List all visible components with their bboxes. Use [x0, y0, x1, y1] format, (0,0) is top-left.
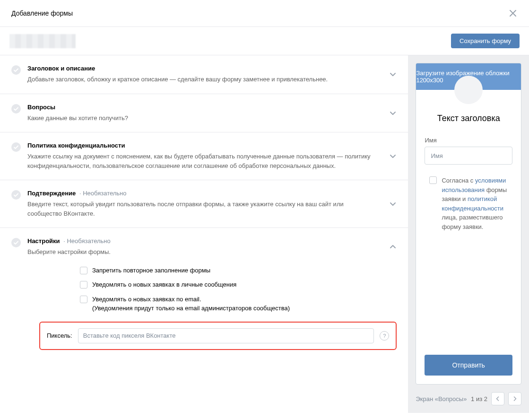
- section-title: Политика конфиденциальности: [27, 142, 378, 149]
- pixel-input[interactable]: [78, 328, 374, 343]
- checkbox[interactable]: [429, 176, 437, 184]
- section-body: Подтверждение · Необязательно Введите те…: [27, 190, 397, 218]
- settings-expanded: Запретить повторное заполнение формы Уве…: [11, 266, 397, 350]
- section-desc: Укажите ссылку на документ с пояснением,…: [27, 152, 378, 170]
- setting-notify-pm[interactable]: Уведомлять о новых заявках в личные сооб…: [80, 280, 397, 289]
- name-input[interactable]: [425, 147, 512, 165]
- save-button[interactable]: Сохранить форму: [451, 34, 520, 48]
- checkbox-label: Запретить повторное заполнение формы: [92, 266, 210, 275]
- svg-point-3: [11, 190, 21, 200]
- checkbox[interactable]: [80, 296, 87, 303]
- pixel-field-highlight: Пиксель: ?: [39, 322, 397, 350]
- optional-label: · Необязательно: [79, 190, 127, 197]
- checkbox-label-main: Уведомлять о новых заявках по email.: [92, 296, 201, 303]
- chevron-up-icon[interactable]: [389, 243, 397, 251]
- left-column: Заголовок и описание Добавьте заголовок,…: [0, 55, 408, 413]
- cover-upload-area[interactable]: Загрузите изображение обложки 1200x300: [416, 63, 521, 90]
- chevron-down-icon[interactable]: [389, 109, 397, 117]
- chevron-down-icon[interactable]: [389, 152, 397, 160]
- section-desc: Добавьте заголовок, обложку и краткое оп…: [27, 75, 378, 84]
- next-page-button[interactable]: [508, 392, 521, 405]
- community-name-placeholder: [9, 34, 76, 48]
- screen-label: Экран «Вопросы»: [416, 395, 467, 402]
- avatar-placeholder: [454, 76, 483, 104]
- consent-text: Согласна с условиями использования формы…: [442, 176, 508, 231]
- section-title-text: Настройки: [27, 237, 60, 245]
- optional-label: · Необязательно: [63, 237, 111, 245]
- prev-page-button[interactable]: [491, 392, 504, 405]
- consent-row[interactable]: Согласна с условиями использования формы…: [425, 176, 512, 231]
- preview-content: Текст заголовка Имя Согласна с условиями…: [416, 90, 521, 384]
- section-desc: Выберите настройки формы.: [27, 247, 378, 257]
- checkbox[interactable]: [80, 267, 87, 274]
- spacer: [425, 231, 512, 355]
- preview-footer: Экран «Вопросы» 1 из 2: [408, 392, 529, 413]
- content-area: Заголовок и описание Добавьте заголовок,…: [0, 55, 529, 413]
- section-body: Заголовок и описание Добавьте заголовок,…: [27, 65, 397, 84]
- pager: 1 из 2: [471, 392, 521, 405]
- section-title: Настройки · Необязательно: [27, 237, 378, 245]
- check-circle-icon: [11, 142, 21, 152]
- check-circle-icon: [11, 238, 21, 247]
- section-settings: Настройки · Необязательно Выберите настр…: [0, 228, 408, 359]
- setting-no-repeat[interactable]: Запретить повторное заполнение формы: [80, 266, 397, 275]
- help-icon[interactable]: ?: [380, 331, 389, 341]
- modal-header: Добавление формы: [0, 0, 529, 27]
- svg-point-4: [11, 238, 21, 247]
- section-body: Настройки · Необязательно Выберите настр…: [27, 237, 397, 257]
- name-field-label: Имя: [425, 137, 512, 144]
- section-title: Вопросы: [27, 104, 378, 111]
- svg-point-0: [11, 65, 21, 75]
- checkbox-label: Уведомлять о новых заявках по email. (Ув…: [92, 295, 290, 313]
- close-icon[interactable]: [508, 9, 518, 18]
- section-title-text: Подтверждение: [27, 190, 76, 197]
- section-body: Вопросы Какие данные вы хотите получить?: [27, 104, 397, 123]
- section-confirmation[interactable]: Подтверждение · Необязательно Введите те…: [0, 180, 408, 228]
- checkbox-label-note: (Уведомления придут только на email адми…: [92, 305, 290, 312]
- svg-point-2: [11, 142, 21, 152]
- checkbox-label: Уведомлять о новых заявках в личные сооб…: [92, 280, 236, 289]
- check-circle-icon: [11, 104, 21, 114]
- section-header[interactable]: Заголовок и описание Добавьте заголовок,…: [0, 55, 408, 94]
- form-preview: Загрузите изображение обложки 1200x300 Т…: [416, 63, 521, 385]
- section-desc: Какие данные вы хотите получить?: [27, 114, 378, 123]
- section-title: Заголовок и описание: [27, 65, 378, 72]
- section-desc: Введите текст, который увидит пользовате…: [27, 200, 378, 218]
- check-circle-icon: [11, 190, 21, 200]
- chevron-down-icon[interactable]: [389, 200, 397, 208]
- modal-title: Добавление формы: [11, 9, 73, 17]
- section-title: Подтверждение · Необязательно: [27, 190, 378, 197]
- chevron-down-icon[interactable]: [389, 70, 397, 78]
- section-privacy[interactable]: Политика конфиденциальности Укажите ссыл…: [0, 132, 408, 180]
- top-bar: Сохранить форму: [0, 27, 529, 55]
- pixel-label: Пиксель:: [47, 332, 72, 339]
- check-circle-icon: [11, 65, 21, 75]
- setting-notify-email[interactable]: Уведомлять о новых заявках по email. (Ув…: [80, 295, 397, 313]
- section-questions[interactable]: Вопросы Какие данные вы хотите получить?: [0, 94, 408, 133]
- preview-column: Загрузите изображение обложки 1200x300 Т…: [408, 55, 529, 413]
- checkbox[interactable]: [80, 281, 87, 289]
- page-info: 1 из 2: [471, 395, 487, 402]
- submit-button[interactable]: Отправить: [425, 355, 512, 376]
- svg-point-1: [11, 104, 21, 114]
- section-body: Политика конфиденциальности Укажите ссыл…: [27, 142, 397, 170]
- preview-form-title: Текст заголовка: [425, 114, 512, 123]
